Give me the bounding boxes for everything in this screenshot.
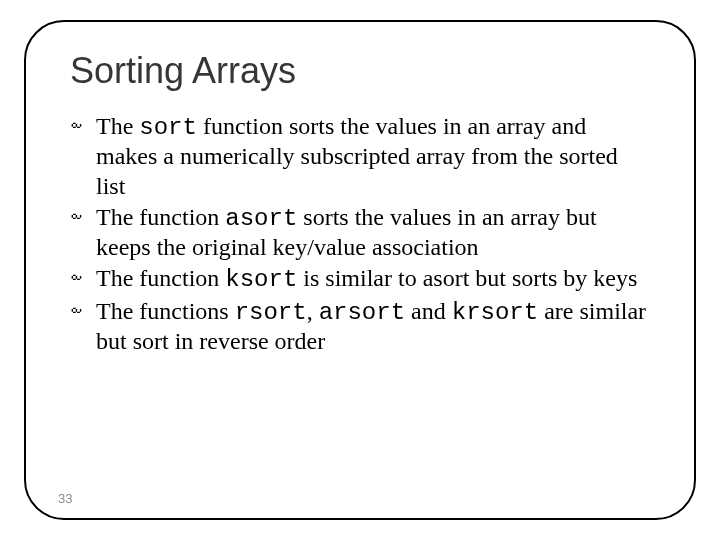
list-item: ⧜ The functions rsort, arsort and krsort… — [70, 297, 650, 357]
list-item: ⧜ The function ksort is similar to asort… — [70, 264, 650, 294]
code-run: ksort — [225, 266, 297, 293]
code-run: asort — [225, 205, 297, 232]
bullet-icon: ⧜ — [70, 297, 81, 323]
item-text: The function asort sorts the values in a… — [96, 204, 597, 260]
item-text: The functions rsort, arsort and krsort a… — [96, 298, 646, 354]
slide-body: ⧜ The sort function sorts the values in … — [70, 112, 650, 356]
text-run: The — [96, 113, 139, 139]
text-run: , — [307, 298, 319, 324]
item-text: The function ksort is similar to asort b… — [96, 265, 637, 291]
page-number: 33 — [58, 491, 72, 506]
code-run: arsort — [319, 299, 405, 326]
code-run: krsort — [452, 299, 538, 326]
text-run: is similar to asort but sorts by keys — [297, 265, 637, 291]
slide: Sorting Arrays ⧜ The sort function sorts… — [0, 0, 720, 540]
code-run: rsort — [235, 299, 307, 326]
item-text: The sort function sorts the values in an… — [96, 113, 618, 199]
bullet-icon: ⧜ — [70, 203, 81, 229]
slide-frame: Sorting Arrays ⧜ The sort function sorts… — [24, 20, 696, 520]
code-run: sort — [139, 114, 197, 141]
list-item: ⧜ The sort function sorts the values in … — [70, 112, 650, 201]
text-run: and — [405, 298, 452, 324]
text-run: The function — [96, 265, 225, 291]
list-item: ⧜ The function asort sorts the values in… — [70, 203, 650, 263]
bullet-icon: ⧜ — [70, 112, 81, 138]
text-run: The function — [96, 204, 225, 230]
text-run: The functions — [96, 298, 235, 324]
slide-title: Sorting Arrays — [70, 50, 650, 92]
bullet-icon: ⧜ — [70, 264, 81, 290]
